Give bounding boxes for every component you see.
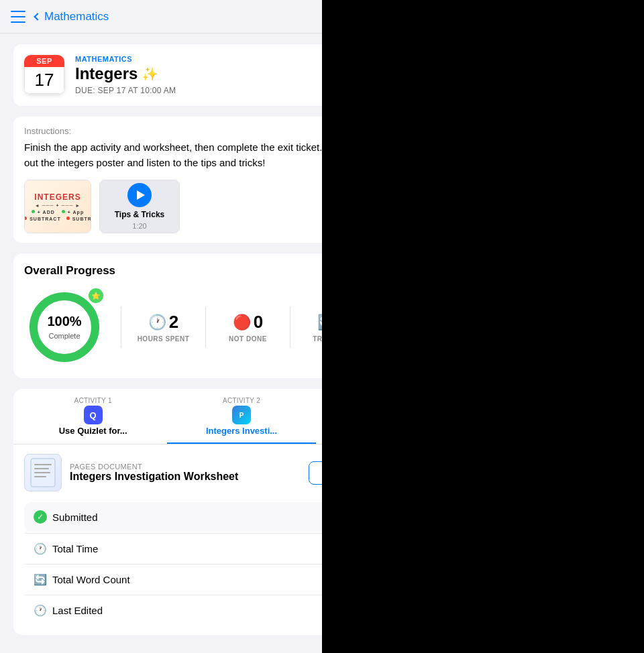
tab1-number: ACTIVITY 1 (74, 397, 112, 404)
title-text: Integers (75, 64, 138, 83)
word-count-icon: 🔄 (34, 573, 47, 586)
doc-name: Integers Investigation Worksheet (70, 471, 301, 483)
due-date: DUE: SEP 17 AT 10:00 AM (75, 86, 314, 95)
tab-activity1[interactable]: ACTIVITY 1 Q Use Quizlet for... (19, 389, 167, 444)
star-badge: ⭐ (89, 288, 103, 303)
total-time-label: Total Time (52, 543, 98, 554)
pages-icon: P (232, 406, 251, 424)
last-edited-label: Last Edited (52, 605, 103, 616)
assignment-info: MATHEMATICS Integers ✨ DUE: SEP 17 AT 10… (75, 55, 314, 95)
donut-center: 100% Complete (47, 314, 81, 341)
calendar-day: 17 (24, 67, 64, 94)
quizlet-icon: Q (84, 406, 103, 424)
total-time-icon: 🕐 (34, 542, 47, 555)
last-edited-icon: 🕐 (34, 604, 47, 617)
progress-donut: 100% Complete ⭐ (24, 287, 105, 367)
hours-icon: 🕐 (148, 314, 166, 331)
submitted-label: Submitted (52, 512, 98, 523)
tab-activity2[interactable]: ACTIVITY 2 P Integers Investi... (167, 389, 315, 444)
donut-percent: 100% (47, 314, 81, 329)
stat-not-done: 🔴 0 NOT DONE (205, 306, 290, 348)
play-button-icon (127, 183, 152, 207)
integers-poster-attachment[interactable]: INTEGERS ◄ ─── + ─── ► + ADD + App SUBTR… (24, 180, 91, 233)
hours-value: 2 (169, 312, 178, 333)
svg-rect-5 (34, 472, 50, 473)
chevron-left-icon (34, 13, 41, 20)
doc-info: PAGES DOCUMENT Integers Investigation Wo… (70, 463, 301, 483)
document-thumbnail (24, 454, 62, 491)
hours-label: HOURS SPENT (138, 335, 190, 343)
submitted-left: ✓ Submitted (34, 510, 98, 524)
stat-hours-spent: 🕐 2 HOURS SPENT (121, 306, 205, 348)
calendar-month: SEP (24, 55, 64, 67)
tab1-name: Use Quizlet for... (59, 426, 127, 436)
tips-tricks-video-attachment[interactable]: Tips & Tricks 1:20 (99, 180, 180, 233)
sidebar-toggle-button[interactable] (11, 11, 27, 23)
svg-rect-6 (34, 476, 46, 477)
submitted-check-icon: ✓ (34, 510, 47, 524)
right-panel (322, 0, 483, 653)
word-count-label: Total Word Count (52, 574, 130, 585)
svg-rect-3 (34, 464, 52, 465)
subject-label: MATHEMATICS (75, 55, 314, 63)
assignment-title: Integers ✨ (75, 64, 314, 83)
calendar-icon: SEP 17 (24, 55, 64, 94)
sparkle-icon: ✨ (142, 66, 158, 82)
main-panel: Mathematics SEP (0, 0, 483, 653)
video-label: Tips & Tricks (115, 210, 164, 219)
back-label: Mathematics (44, 10, 109, 23)
back-button[interactable]: Mathematics (35, 10, 109, 23)
donut-label: Complete (48, 332, 80, 340)
not-done-value: 0 (254, 312, 263, 333)
not-done-label: NOT DONE (229, 335, 267, 343)
tab2-number: ACTIVITY 2 (223, 397, 260, 404)
not-done-icon: 🔴 (233, 314, 251, 331)
tab2-name: Integers Investi... (206, 426, 277, 436)
svg-rect-4 (34, 468, 49, 469)
video-duration: 1:20 (132, 222, 146, 230)
doc-type: PAGES DOCUMENT (70, 463, 301, 471)
